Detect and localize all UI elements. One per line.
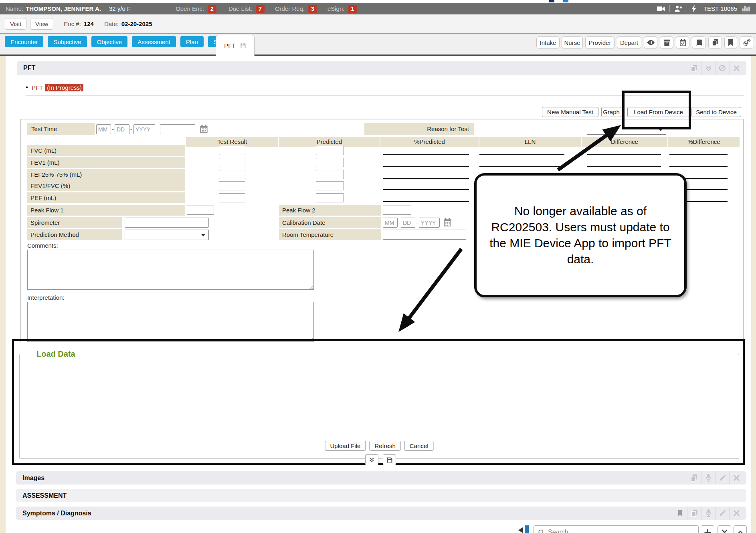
fvc-test-result-input[interactable] [219,146,245,155]
test-time-dd-input[interactable] [115,124,129,134]
book-icon[interactable] [692,36,706,48]
visit-button[interactable]: Visit [5,18,26,30]
gears-icon[interactable] [740,36,754,48]
fef-test-result-input[interactable] [219,170,245,179]
open-enc-badge[interactable]: 2 [208,5,216,13]
close-icon[interactable] [729,507,743,520]
chart-tab-bar: Encounter Subjective Objective Assessmen… [0,34,756,56]
provider-button[interactable]: Provider [585,36,615,48]
collapse-section-button[interactable] [365,454,378,465]
peak-flow-2-input[interactable] [383,206,411,215]
intake-button[interactable]: Intake [536,36,560,48]
calendar-icon[interactable] [200,125,208,133]
fvc-pct-difference-line [669,154,728,155]
nurse-button[interactable]: Nurse [562,36,583,48]
add-button[interactable] [701,525,714,533]
graph-button[interactable]: Graph [601,107,621,117]
room-temperature-label: Room Temperature [279,229,381,240]
pef-predicted-input[interactable] [316,193,344,202]
tab-assessment[interactable]: Assessment [132,36,176,47]
fvc-predicted-input[interactable] [316,146,344,155]
bookmark-icon[interactable] [724,36,737,48]
save-icon [240,42,246,48]
pef-test-result-input[interactable] [219,193,245,202]
microphone-icon[interactable] [701,471,715,485]
esign-badge[interactable]: 1 [348,5,357,13]
due-list-badge[interactable]: 7 [256,5,265,13]
edit-pencil-icon[interactable] [715,507,729,520]
disable-slash-icon[interactable] [715,61,729,75]
fev1fvc-predicted-input[interactable] [316,181,344,190]
assessment-section-title: ASSESSMENT [16,489,746,502]
peak-flow-1-input[interactable] [187,206,214,215]
new-manual-test-button[interactable]: New Manual Test [542,107,598,117]
tab-objective[interactable]: Objective [91,36,128,47]
search-input[interactable] [548,529,694,533]
calendar-check-icon[interactable] [676,36,689,48]
calendar-icon[interactable] [443,218,452,227]
depart-button[interactable]: Depart [617,36,641,48]
enc-number-value: 124 [84,20,94,27]
test-time-yyyy-input[interactable] [133,124,155,134]
archive-box-icon[interactable] [660,36,673,48]
comments-textarea[interactable] [27,250,314,290]
row-label-pef: PEF (mL) [27,192,185,203]
print-book-icon[interactable] [687,471,701,485]
copy-pages-icon[interactable] [708,36,722,48]
fev1-test-result-input[interactable] [219,158,245,167]
pft-status-link[interactable]: PFT [32,84,43,91]
page-edge-left [0,56,6,533]
remove-button[interactable] [718,525,731,533]
view-button[interactable]: View [30,18,53,30]
fev1-predicted-input[interactable] [316,158,344,167]
fef-predicted-input[interactable] [316,170,344,179]
microphone-icon[interactable] [701,507,715,520]
fev1-pct-predicted-line [383,166,469,167]
due-list-label: Due List: [228,5,252,12]
tab-plan[interactable]: Plan [180,36,204,47]
browser-fragment-icon [563,0,568,2]
tab-pft-label: PFT [224,42,235,49]
row-label-fvc: FVC (mL) [27,145,185,156]
column-pct-difference: %Difference [668,137,740,147]
tab-pft-active[interactable]: PFT [216,35,255,56]
test-time-label: Test Time [27,123,95,135]
save-section-button[interactable] [383,454,396,465]
collapse-double-chevron-icon[interactable] [701,61,715,75]
calibration-dd-input[interactable] [401,218,415,228]
tab-encounter[interactable]: Encounter [5,36,43,47]
print-book-icon[interactable] [687,61,701,75]
add-person-icon[interactable] [674,5,682,12]
spirometer-input[interactable] [125,218,209,228]
send-to-device-button[interactable]: Send to Device [691,107,741,117]
date-value: 02-20-2025 [121,20,152,27]
video-camera-icon[interactable] [657,6,665,12]
patient-header-bar: Name: THOMPSON, JENNIFER A. 32 y/o F Ope… [0,3,756,14]
eye-icon[interactable] [644,36,657,48]
test-time-mm-input[interactable] [96,124,111,134]
room-temperature-input[interactable] [383,230,466,240]
prediction-method-select[interactable] [125,230,209,240]
close-icon[interactable] [729,61,743,75]
annotation-callout: No longer available as of RC202503. User… [474,173,687,297]
print-book-icon[interactable] [687,507,701,520]
symptoms-diagnosis-title: Symptoms / Diagnosis [16,507,746,520]
edit-pencil-icon[interactable] [715,471,729,485]
encounter-bar: Visit View Enc #: 124 Date: 02-20-2025 [0,14,756,34]
calibration-mm-input[interactable] [383,218,398,228]
test-time-time-input[interactable] [160,124,195,134]
bookmark-icon[interactable] [673,507,687,520]
row-label-fef: FEF25%-75% (mL) [27,169,185,180]
fev1fvc-test-result-input[interactable] [219,181,245,190]
bar-chart-icon[interactable] [742,5,750,12]
lightning-icon[interactable] [691,5,697,12]
column-difference: Difference [582,137,667,147]
collapse-up-button[interactable] [734,525,747,533]
tab-subjective[interactable]: Subjective [48,36,87,47]
order-req-badge[interactable]: 3 [308,5,317,13]
close-icon[interactable] [729,471,743,485]
search-box [534,525,699,533]
interpretation-textarea[interactable] [27,302,314,342]
scroll-left-icon[interactable] [517,527,523,533]
calibration-yyyy-input[interactable] [419,218,440,228]
